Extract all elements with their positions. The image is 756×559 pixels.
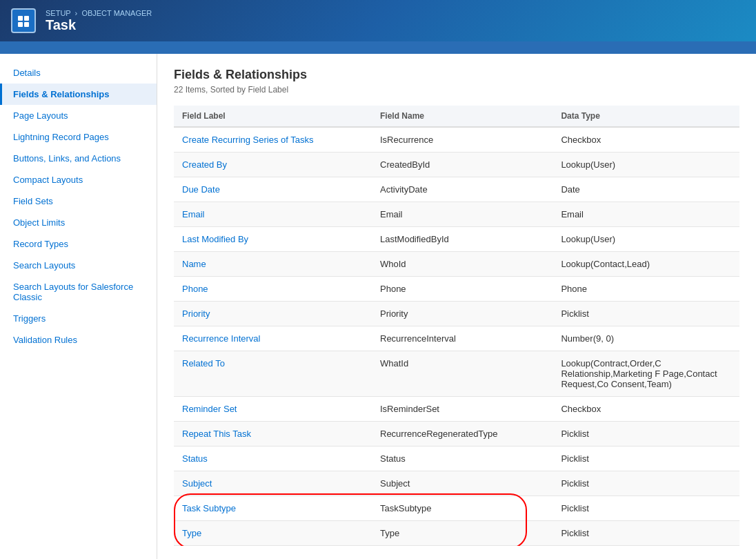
field-label-cell: Email [174,202,372,227]
sidebar-item-search-layouts-classic[interactable]: Search Layouts for Salesforce Classic [0,276,157,308]
sub-bar [0,41,756,54]
table-row: Related ToWhatIdLookup(Contract,Order,C … [174,351,739,397]
field-label-cell: Created By [174,153,372,177]
field-label-cell: Phone [174,277,372,302]
field-label-cell: Reminder Set [174,397,372,422]
main-layout: DetailsFields & RelationshipsPage Layout… [0,54,756,559]
table-row: NameWhoIdLookup(Contact,Lead) [174,252,739,277]
field-type-cell: Email [553,202,739,227]
table-row: StatusStatusPicklist [174,447,739,471]
sidebar-item-compact-layouts[interactable]: Compact Layouts [0,169,157,190]
field-label-link[interactable]: Name [182,259,206,269]
field-label-link[interactable]: Email [182,209,205,219]
field-label-link[interactable]: Priority [182,308,210,319]
field-api-cell: CreatedById [372,153,553,177]
field-label-cell: Type [174,521,372,546]
field-type-cell: Phone [553,277,739,302]
field-api-cell: WhoId [372,252,553,277]
field-api-cell: Type [372,521,553,546]
field-api-cell: ActivityDate [372,177,553,202]
table-header: Field Label Field Name Data Type [174,106,739,127]
field-label-link[interactable]: Phone [182,284,208,294]
field-type-cell: Checkbox [553,397,739,422]
field-type-cell: Picklist [553,521,739,546]
table-wrapper: Field Label Field Name Data Type Create … [174,106,739,546]
field-label-link[interactable]: Recurrence Interval [182,333,260,344]
field-label-cell: Task Subtype [174,496,372,521]
page-title: Task [46,17,152,33]
header-row: Field Label Field Name Data Type [174,106,739,127]
field-type-cell: Lookup(Contract,Order,C Relationship,Mar… [553,351,739,397]
table-body: Create Recurring Series of TasksIsRecurr… [174,127,739,546]
table-row: Reminder SetIsReminderSetCheckbox [174,397,739,422]
field-type-cell: Lookup(User) [553,227,739,252]
table-row: Create Recurring Series of TasksIsRecurr… [174,127,739,153]
field-api-cell: TaskSubtype [372,496,553,521]
table-row: PriorityPriorityPicklist [174,302,739,326]
col-header-label: Field Label [174,106,372,127]
field-label-link[interactable]: Related To [182,358,225,369]
field-label-link[interactable]: Status [182,453,208,464]
sidebar-item-lightning-record-pages[interactable]: Lightning Record Pages [0,126,157,148]
field-label-link[interactable]: Task Subtype [182,503,236,513]
sidebar-item-search-layouts[interactable]: Search Layouts [0,255,157,276]
fields-table: Field Label Field Name Data Type Create … [174,106,739,546]
sidebar-item-page-layouts[interactable]: Page Layouts [0,105,157,126]
table-row: PhonePhonePhone [174,277,739,302]
field-label-link[interactable]: Created By [182,159,227,170]
field-label-link[interactable]: Reminder Set [182,404,237,414]
field-label-link[interactable]: Create Recurring Series of Tasks [182,135,314,145]
sidebar-item-details[interactable]: Details [0,62,157,84]
field-label-cell: Repeat This Task [174,422,372,447]
sidebar-item-validation-rules[interactable]: Validation Rules [0,329,157,351]
field-label-cell: Due Date [174,177,372,202]
table-row: Last Modified ByLastModifiedByIdLookup(U… [174,227,739,252]
app-icon [11,8,36,33]
field-api-cell: LastModifiedById [372,227,553,252]
sidebar-item-triggers[interactable]: Triggers [0,308,157,329]
field-api-cell: WhatId [372,351,553,397]
setup-link[interactable]: SETUP [46,9,70,17]
field-label-cell: Priority [174,302,372,326]
field-api-cell: Status [372,447,553,471]
svg-rect-0 [18,16,23,21]
svg-rect-2 [18,22,23,27]
sidebar-item-buttons-links-actions[interactable]: Buttons, Links, and Actions [0,148,157,169]
field-api-cell: IsReminderSet [372,397,553,422]
field-type-cell: Date [553,177,739,202]
field-label-cell: Name [174,252,372,277]
field-type-cell: Lookup(Contact,Lead) [553,252,739,277]
field-label-cell: Subject [174,471,372,496]
table-row: Repeat This TaskRecurrenceRegeneratedTyp… [174,422,739,447]
table-row: SubjectSubjectPicklist [174,471,739,496]
field-type-cell: Number(9, 0) [553,326,739,351]
field-api-cell: Phone [372,277,553,302]
field-label-cell: Last Modified By [174,227,372,252]
table-row: Created ByCreatedByIdLookup(User) [174,153,739,177]
sidebar-item-record-types[interactable]: Record Types [0,233,157,255]
table-row: TypeTypePicklist [174,521,739,546]
content-area: Fields & Relationships 22 Items, Sorted … [157,54,756,559]
sidebar: DetailsFields & RelationshipsPage Layout… [0,54,157,559]
field-api-cell: Email [372,202,553,227]
field-label-link[interactable]: Due Date [182,184,220,195]
sidebar-item-fields-relationships[interactable]: Fields & Relationships [0,84,157,105]
field-label-link[interactable]: Type [182,528,201,538]
object-manager-link[interactable]: OBJECT MANAGER [81,9,152,17]
col-header-type: Data Type [553,106,739,127]
field-api-cell: Priority [372,302,553,326]
sidebar-item-object-limits[interactable]: Object Limits [0,212,157,233]
top-bar: SETUP › OBJECT MANAGER Task [0,0,756,41]
table-row: EmailEmailEmail [174,202,739,227]
sidebar-item-field-sets[interactable]: Field Sets [0,190,157,212]
field-type-cell: Lookup(User) [553,153,739,177]
field-label-link[interactable]: Repeat This Task [182,429,251,439]
field-label-link[interactable]: Subject [182,478,212,489]
field-label-cell: Related To [174,351,372,397]
table-row: Task SubtypeTaskSubtypePicklist [174,496,739,521]
field-label-link[interactable]: Last Modified By [182,234,248,244]
field-type-cell: Picklist [553,302,739,326]
content-header: Fields & Relationships 22 Items, Sorted … [174,68,739,95]
table-row: Recurrence IntervalRecurrenceIntervalNum… [174,326,739,351]
field-type-cell: Picklist [553,496,739,521]
